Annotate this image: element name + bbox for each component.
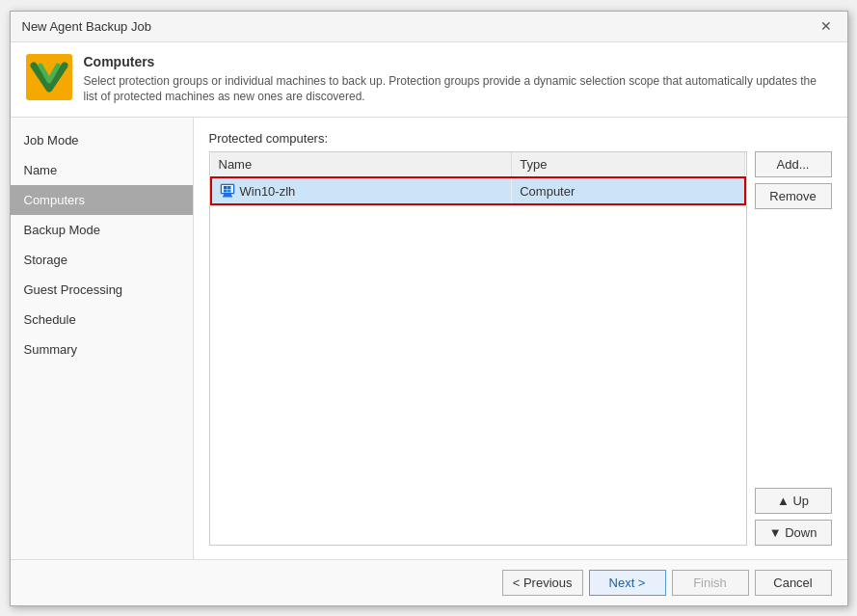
cancel-button[interactable]: Cancel (755, 570, 832, 596)
add-button[interactable]: Add... (755, 151, 832, 177)
up-arrow-icon: ▲ (777, 494, 790, 508)
title-bar: New Agent Backup Job ✕ (11, 12, 847, 42)
computer-name-cell: Win10-zlh (211, 177, 512, 204)
sidebar-item-guest-processing[interactable]: Guest Processing (11, 275, 193, 305)
sidebar-item-computers[interactable]: Computers (11, 185, 193, 215)
sidebar-item-backup-mode[interactable]: Backup Mode (11, 215, 193, 245)
protected-computers-label: Protected computers: (209, 131, 832, 146)
table-and-buttons: Name Type (209, 151, 832, 545)
svg-rect-7 (224, 190, 228, 193)
col-name-header: Name (211, 152, 512, 177)
sidebar: Job Mode Name Computers Backup Mode Stor… (11, 118, 194, 558)
svg-rect-5 (224, 186, 228, 189)
computer-name: Win10-zlh (240, 184, 296, 199)
computers-table: Name Type (210, 152, 746, 205)
svg-rect-6 (228, 186, 231, 189)
computer-type-cell: Computer (512, 177, 745, 204)
sidebar-item-storage[interactable]: Storage (11, 245, 193, 275)
close-button[interactable]: ✕ (817, 16, 836, 36)
svg-rect-8 (228, 190, 231, 193)
finish-button[interactable]: Finish (672, 570, 749, 596)
down-arrow-icon: ▼ (769, 525, 782, 540)
svg-rect-3 (223, 196, 232, 198)
previous-button[interactable]: < Previous (502, 570, 583, 596)
next-button[interactable]: Next > (589, 570, 666, 596)
header-panel: Computers Select protection groups or in… (11, 42, 847, 119)
header-section-title: Computers (84, 54, 832, 69)
dialog: New Agent Backup Job ✕ Computers Select … (10, 11, 848, 606)
sidebar-item-schedule[interactable]: Schedule (11, 305, 193, 335)
sidebar-item-job-mode[interactable]: Job Mode (11, 125, 193, 155)
up-label: Up (792, 494, 809, 508)
svg-rect-2 (224, 194, 231, 196)
col-type-header: Type (512, 152, 745, 177)
sidebar-item-name[interactable]: Name (11, 155, 193, 185)
side-buttons: Add... Remove ▲ Up ▼ Down (755, 151, 832, 545)
up-button[interactable]: ▲ Up (755, 488, 832, 514)
main-content: Job Mode Name Computers Backup Mode Stor… (11, 118, 847, 558)
footer: < Previous Next > Finish Cancel (11, 559, 847, 605)
content-area: Protected computers: Name Type (194, 118, 847, 558)
header-icon (26, 54, 72, 100)
header-description: Select protection groups or individual m… (84, 73, 832, 106)
dialog-title: New Agent Backup Job (22, 19, 151, 34)
up-down-buttons: ▲ Up ▼ Down (755, 488, 832, 546)
computer-icon (220, 183, 235, 199)
header-text: Computers Select protection groups or in… (84, 54, 832, 106)
sidebar-item-summary[interactable]: Summary (11, 335, 193, 364)
down-button[interactable]: ▼ Down (755, 520, 832, 546)
computers-table-container: Name Type (209, 151, 747, 545)
remove-button[interactable]: Remove (755, 183, 832, 209)
down-label: Down (785, 525, 817, 540)
table-row[interactable]: Win10-zlh Computer (211, 177, 745, 204)
